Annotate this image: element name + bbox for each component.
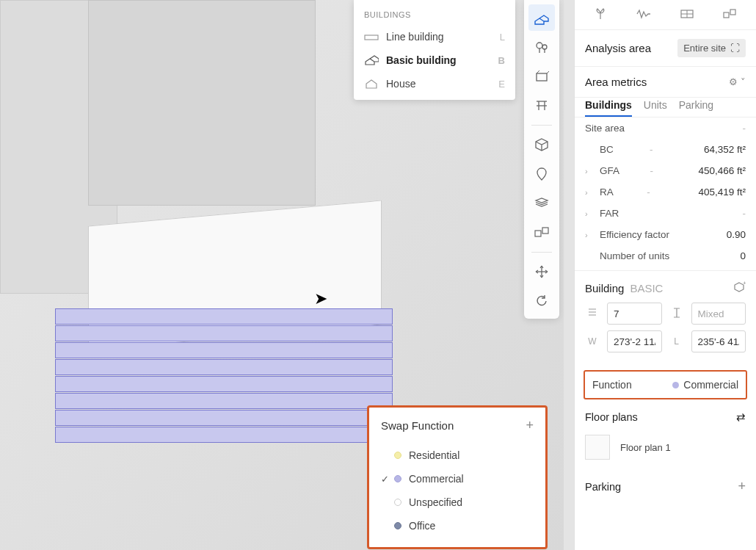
metric-far[interactable]: › FAR - <box>575 203 756 224</box>
building-subtitle: BASIC <box>630 282 663 294</box>
building-ops-icon[interactable]: + <box>733 281 746 295</box>
levels-icon <box>585 307 600 321</box>
swap-option-office[interactable]: Office <box>381 514 534 538</box>
tool-trees[interactable] <box>528 34 555 60</box>
label: Efficiency factor <box>600 229 669 240</box>
building-section: Building BASIC + W L <box>575 271 756 363</box>
add-parking-button[interactable]: + <box>738 479 746 494</box>
swap-label: Residential <box>409 449 459 461</box>
chevron-right-icon: › <box>585 167 592 176</box>
label: BC <box>600 144 614 155</box>
blocks-icon[interactable] <box>719 6 741 22</box>
swap-option-commercial[interactable]: ✓ Commercial <box>381 467 534 491</box>
tool-building[interactable] <box>528 4 555 31</box>
wave-icon[interactable] <box>633 6 655 22</box>
metric-bc: BC - 64,352 ft² <box>575 139 756 160</box>
function-row[interactable]: Function Commercial <box>584 370 747 399</box>
svg-text:+: + <box>743 281 746 286</box>
parking-title: Parking <box>585 481 621 493</box>
floor-plans-title: Floor plans <box>585 411 638 423</box>
svg-point-3 <box>542 45 547 49</box>
swap-icon[interactable]: ⇄ <box>736 411 746 423</box>
color-dot <box>394 522 401 529</box>
buildings-menu: BUILDINGS Line building L Basic building… <box>354 0 515 100</box>
scope-selector[interactable]: Entire site ⛶ <box>677 39 746 57</box>
floor-plan-label: Floor plan 1 <box>620 442 671 453</box>
menu-item-label: Basic building <box>386 54 457 66</box>
tab-buildings[interactable]: Buildings <box>585 99 632 117</box>
length-label: L <box>669 336 684 347</box>
width-input[interactable] <box>607 330 662 352</box>
svg-point-1 <box>537 43 542 48</box>
floor-plan-item[interactable]: Floor plan 1 <box>585 430 746 464</box>
cursor-icon: ➤ <box>314 289 327 308</box>
analysis-area-title: Analysis area <box>585 42 651 54</box>
menu-item-label: House <box>386 78 415 90</box>
swap-label: Unspecified <box>409 496 462 508</box>
floors-input[interactable] <box>607 303 662 325</box>
massing-floors <box>55 308 393 448</box>
color-dot <box>394 475 401 482</box>
tab-parking[interactable]: Parking <box>679 99 713 117</box>
label: Site area <box>585 123 625 134</box>
swap-function-panel: Swap Function + Residential ✓ Commercial… <box>367 405 548 549</box>
chevron-right-icon: › <box>585 188 592 197</box>
area-metrics-title: Area metrics <box>585 76 647 88</box>
context-building <box>88 0 316 206</box>
plant-icon[interactable] <box>589 6 611 22</box>
menu-item-label: Line building <box>386 31 444 43</box>
tool-refresh[interactable] <box>528 288 555 314</box>
label: Number of units <box>600 250 669 261</box>
shortcut-key: B <box>498 55 505 66</box>
menu-item-basic-building[interactable]: Basic building B <box>354 48 515 72</box>
swap-option-unspecified[interactable]: Unspecified <box>381 491 534 514</box>
metric-gfa[interactable]: › GFA - 450,466 ft² <box>575 160 756 181</box>
tab-units[interactable]: Units <box>644 99 667 117</box>
expand-icon: ⛶ <box>730 43 740 54</box>
analysis-icons-row <box>575 0 756 30</box>
tool-group[interactable] <box>528 220 555 246</box>
shortcut-key: E <box>498 79 505 90</box>
label: FAR <box>600 208 619 219</box>
dash: - <box>650 144 668 155</box>
svg-rect-5 <box>537 73 547 81</box>
dash: - <box>647 187 665 198</box>
area-metrics-section: Area metrics ⚙ ˅ <box>575 67 756 98</box>
parking-section: Parking + <box>575 468 756 504</box>
tool-pin[interactable] <box>528 161 555 187</box>
value: 64,352 ft² <box>704 144 746 155</box>
building-title: Building <box>585 282 624 294</box>
color-dot <box>672 382 679 388</box>
basic-building-icon <box>364 55 379 65</box>
menu-item-line-building[interactable]: Line building L <box>354 25 515 48</box>
analysis-area-section: Analysis area Entire site ⛶ <box>575 30 756 67</box>
tool-layers[interactable] <box>528 190 555 217</box>
length-input[interactable] <box>691 330 746 352</box>
menu-item-house[interactable]: House E <box>354 72 515 95</box>
tool-move[interactable] <box>528 258 555 285</box>
chevron-right-icon: › <box>585 209 592 218</box>
metric-ra[interactable]: › RA - 405,419 ft² <box>575 181 756 203</box>
solar-icon[interactable] <box>676 6 698 22</box>
chevron-right-icon: › <box>585 231 592 239</box>
function-label: Function <box>592 379 632 391</box>
tool-align[interactable] <box>528 93 555 119</box>
add-function-button[interactable]: + <box>526 418 534 433</box>
swap-option-residential[interactable]: Residential <box>381 444 534 467</box>
metric-units: Number of units 0 <box>575 245 756 271</box>
floor-plan-thumb <box>585 435 610 460</box>
dash: - <box>650 165 668 176</box>
svg-rect-13 <box>542 228 548 234</box>
svg-rect-20 <box>730 10 735 15</box>
svg-rect-19 <box>724 12 729 18</box>
value: 450,466 ft² <box>698 165 746 176</box>
value: 0 <box>740 250 746 261</box>
value: - <box>743 208 746 219</box>
tool-cube[interactable] <box>528 131 555 158</box>
settings-icon[interactable]: ⚙ ˅ <box>729 76 746 87</box>
svg-rect-0 <box>365 35 378 40</box>
mix-input[interactable] <box>691 303 746 325</box>
scope-label: Entire site <box>683 43 726 54</box>
metric-efficiency[interactable]: › Efficiency factor 0.90 <box>575 224 756 245</box>
tool-bbox[interactable] <box>528 63 555 90</box>
